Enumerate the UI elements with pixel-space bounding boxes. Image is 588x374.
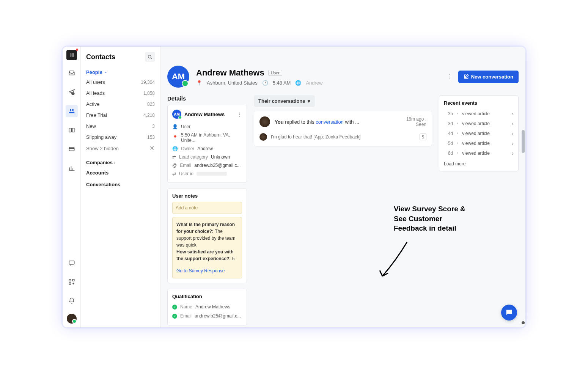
svg-point-1 [69, 109, 71, 111]
app-frame: ⦀⦀ Contacts People All users19,304 All l… [63, 47, 525, 327]
chevron-right-icon: › [512, 140, 514, 146]
svg-point-0 [72, 93, 74, 95]
clock-icon: 🕐 [262, 80, 268, 86]
chevron-right-icon: › [512, 150, 514, 156]
svg-rect-4 [69, 261, 74, 264]
swap-icon: ⇄ [172, 154, 176, 160]
nav-rail: ⦀⦀ [63, 47, 81, 327]
details-card: AM Andrew Mathews ⋮ 👤User 📍5:50 AM in As… [167, 105, 247, 183]
chevron-right-icon: › [512, 130, 514, 137]
pin-icon: 📍 [172, 135, 178, 140]
globe-icon: 🌐 [295, 80, 301, 86]
search-icon[interactable] [145, 52, 155, 62]
at-icon: @ [172, 163, 177, 168]
sidebar-item-free-trial[interactable]: Free Trial4,218 [81, 110, 160, 121]
load-more-link[interactable]: Load more [444, 158, 514, 167]
svg-rect-5 [69, 279, 71, 281]
user-badge: User [268, 70, 282, 76]
reports-icon[interactable] [66, 162, 78, 174]
profile-name: Andrew MathewsUser [196, 68, 322, 78]
svg-point-8 [148, 55, 151, 58]
book-icon[interactable] [66, 124, 78, 136]
sidebar-item-new[interactable]: New3 [81, 121, 160, 132]
sidebar-item-slipping[interactable]: Slipping away153 [81, 132, 160, 143]
conversation-item[interactable]: You replied to this conversation with ..… [254, 111, 432, 146]
sidebar: Contacts People All users19,304 All lead… [81, 47, 160, 327]
recent-event-item[interactable]: 6d•viewed article› [444, 148, 514, 158]
app-logo[interactable]: ⦀⦀ [66, 50, 77, 60]
survey-note: What is the primary reason for your choi… [172, 217, 242, 278]
companies-section[interactable]: Companies › [81, 154, 160, 167]
svg-rect-7 [69, 283, 71, 284]
location-icon: 📍 [196, 80, 202, 86]
send-icon[interactable] [66, 86, 78, 98]
recent-events-title: Recent events [444, 100, 514, 106]
user-avatar[interactable] [67, 314, 77, 324]
agent-avatar [259, 116, 270, 127]
contacts-icon[interactable] [66, 105, 78, 117]
conversations-tab[interactable]: Their conversations ▾ [254, 95, 315, 107]
people-dropdown[interactable]: People [81, 67, 160, 77]
apps-icon[interactable] [66, 276, 78, 288]
agent-avatar-small [259, 133, 267, 141]
sidebar-title: Contacts [86, 53, 115, 61]
recent-event-item[interactable]: 5d•viewed article› [444, 138, 514, 148]
recent-event-item[interactable]: 4d•viewed article› [444, 129, 514, 138]
more-options-icon[interactable]: ⋮ [445, 72, 454, 82]
new-conversation-button[interactable]: New conversation [458, 71, 519, 83]
svg-point-9 [151, 147, 153, 149]
show-hidden[interactable]: Show 2 hidden [81, 143, 160, 154]
card-more-icon[interactable]: ⋮ [237, 112, 242, 117]
card-avatar: AM [172, 110, 181, 119]
qualification-card: Qualification ✓NameAndrew Mathews ✓Email… [167, 289, 247, 325]
sidebar-item-all-users[interactable]: All users19,304 [81, 77, 160, 88]
scrollbar[interactable] [521, 47, 525, 327]
card-icon[interactable] [66, 143, 78, 155]
svg-rect-6 [72, 279, 74, 281]
qualification-title: Qualification [172, 294, 242, 299]
recent-event-item[interactable]: 3h•viewed article› [444, 109, 514, 119]
recent-events-card: Recent events 3h•viewed article› 3d•view… [439, 95, 519, 171]
profile-avatar: AM [167, 66, 189, 88]
survey-response-link[interactable]: Go to Survey Response [176, 267, 238, 274]
notes-title: User notes [172, 193, 242, 199]
globe-icon: 🌐 [172, 146, 178, 151]
add-note-input[interactable]: Add a note [172, 202, 242, 214]
score-badge: 5 [420, 134, 426, 140]
svg-point-2 [72, 109, 74, 111]
notifications-icon[interactable] [66, 295, 78, 307]
conversations-link[interactable]: Conversations [81, 179, 160, 190]
check-icon: ✓ [172, 314, 177, 319]
gear-icon [149, 145, 155, 152]
accounts-link[interactable]: Accounts [81, 167, 160, 179]
inbox-icon[interactable] [66, 67, 78, 79]
chevron-right-icon: › [512, 121, 514, 127]
id-icon: ⇄ [172, 171, 176, 176]
check-icon: ✓ [172, 305, 177, 310]
notes-card: User notes Add a note What is the primar… [167, 188, 247, 283]
recent-event-item[interactable]: 3d•viewed article› [444, 119, 514, 129]
main-content: AM Andrew MathewsUser 📍Ashburn, United S… [160, 47, 525, 327]
svg-rect-3 [69, 148, 74, 151]
details-title: Details [167, 95, 247, 102]
profile-header: AM Andrew MathewsUser 📍Ashburn, United S… [160, 54, 525, 95]
sidebar-item-all-leads[interactable]: All leads1,858 [81, 88, 160, 99]
person-icon: 👤 [172, 124, 178, 129]
chevron-down-icon: ▾ [308, 98, 310, 104]
sidebar-item-active[interactable]: Active823 [81, 99, 160, 110]
chevron-right-icon: › [512, 111, 514, 117]
message-icon[interactable] [66, 257, 78, 269]
chat-fab-button[interactable] [501, 305, 517, 321]
